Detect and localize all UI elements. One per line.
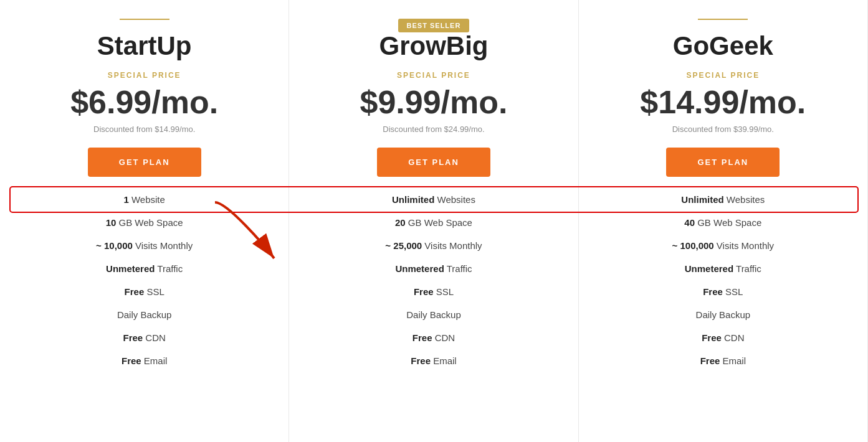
plan-name: StartUp: [97, 31, 192, 61]
price: $6.99/mo.: [70, 83, 218, 121]
feature-row: Free CDN: [591, 326, 855, 349]
feature-row: 10 GB Web Space: [12, 211, 276, 234]
features-section: Unlimited Websites20 GB Web Space~ 25,00…: [302, 188, 565, 372]
feature-text: Email: [431, 355, 457, 366]
feature-text: CDN: [143, 332, 166, 343]
feature-row: Unlimited Websites: [591, 188, 855, 211]
feature-text: Websites: [724, 194, 765, 205]
best-seller-badge: BEST SELLER: [398, 19, 470, 32]
feature-row: 20 GB Web Space: [302, 211, 565, 234]
feature-bold: Unmetered: [685, 263, 733, 274]
discounted-price: Discounted from $14.99/mo.: [93, 125, 195, 134]
plan-col-startup: StartUpSPECIAL PRICE$6.99/mo.Discounted …: [0, 0, 289, 442]
feature-bold: Unmetered: [395, 263, 444, 274]
feature-bold: Free: [413, 332, 432, 343]
feature-row: Free CDN: [302, 326, 565, 349]
feature-row: Unmetered Traffic: [302, 257, 565, 280]
feature-text: CDN: [432, 332, 455, 343]
feature-row: Free Email: [591, 349, 855, 372]
feature-text: Daily Backup: [117, 309, 172, 320]
feature-text: SSL: [434, 286, 454, 297]
top-line: [698, 19, 748, 20]
feature-text: Traffic: [155, 263, 183, 274]
feature-text: Email: [720, 355, 746, 366]
plan-name: GoGeek: [673, 31, 773, 61]
feature-row: Free SSL: [12, 280, 276, 303]
feature-row: Free CDN: [12, 326, 276, 349]
price: $14.99/mo.: [640, 83, 806, 121]
feature-bold: 10: [106, 217, 117, 228]
feature-text: CDN: [722, 332, 745, 343]
get-plan-button-growbig[interactable]: GET PLAN: [377, 148, 490, 177]
feature-row: Free Email: [302, 349, 565, 372]
feature-row: Daily Backup: [12, 303, 276, 326]
top-line: [120, 19, 169, 20]
feature-row: Unmetered Traffic: [12, 257, 276, 280]
feature-bold: Unlimited: [681, 194, 723, 205]
feature-text: Traffic: [733, 263, 761, 274]
feature-text: GB Web Space: [406, 217, 472, 228]
feature-bold: Free: [702, 332, 722, 343]
feature-bold: Free: [700, 355, 720, 366]
feature-row: ~ 100,000 Visits Monthly: [591, 234, 855, 257]
feature-row: Free Email: [12, 349, 276, 372]
feature-row: Daily Backup: [302, 303, 565, 326]
features-section: 1 Website10 GB Web Space~ 10,000 Visits …: [12, 188, 276, 372]
feature-text: Daily Backup: [406, 309, 461, 320]
feature-row: 1 Website: [12, 188, 276, 211]
feature-text: Daily Backup: [696, 309, 751, 320]
feature-bold: ~ 10,000: [96, 240, 133, 251]
feature-text: Visits Monthly: [133, 240, 193, 251]
feature-row: Daily Backup: [591, 303, 855, 326]
price: $9.99/mo.: [360, 83, 507, 121]
feature-row: 40 GB Web Space: [591, 211, 855, 234]
feature-bold: Free: [123, 332, 143, 343]
feature-row: Unmetered Traffic: [591, 257, 855, 280]
feature-bold: Unlimited: [392, 194, 434, 205]
feature-bold: ~ 100,000: [672, 240, 714, 251]
feature-bold: 40: [684, 217, 695, 228]
feature-bold: 1: [123, 194, 128, 205]
feature-bold: Free: [411, 355, 431, 366]
feature-text: GB Web Space: [116, 217, 183, 228]
plan-name: GrowBig: [379, 31, 488, 61]
feature-bold: 20: [395, 217, 406, 228]
feature-bold: Free: [703, 286, 723, 297]
feature-row: Free SSL: [591, 280, 855, 303]
pricing-container: StartUpSPECIAL PRICE$6.99/mo.Discounted …: [0, 0, 868, 442]
plan-col-growbig: BEST SELLERGrowBigSPECIAL PRICE$9.99/mo.…: [289, 0, 578, 442]
discounted-price: Discounted from $39.99/mo.: [672, 125, 774, 134]
feature-text: GB Web Space: [695, 217, 761, 228]
feature-bold: Unmetered: [106, 263, 155, 274]
feature-row: ~ 10,000 Visits Monthly: [12, 234, 276, 257]
feature-text: Websites: [434, 194, 475, 205]
feature-text: Visits Monthly: [714, 240, 774, 251]
feature-bold: Free: [125, 286, 145, 297]
special-price-label: SPECIAL PRICE: [686, 71, 760, 80]
plan-col-gogeek: GoGeekSPECIAL PRICE$14.99/mo.Discounted …: [579, 0, 868, 442]
features-section: Unlimited Websites40 GB Web Space~ 100,0…: [591, 188, 855, 372]
get-plan-button-gogeek[interactable]: GET PLAN: [666, 148, 780, 177]
feature-row: Unlimited Websites: [302, 188, 565, 211]
feature-bold: Free: [414, 286, 434, 297]
feature-bold: ~ 25,000: [385, 240, 422, 251]
feature-text: Website: [129, 194, 165, 205]
feature-text: Visits Monthly: [422, 240, 482, 251]
feature-row: ~ 25,000 Visits Monthly: [302, 234, 565, 257]
feature-row: Free SSL: [302, 280, 565, 303]
feature-bold: Free: [122, 355, 141, 366]
special-price-label: SPECIAL PRICE: [397, 71, 470, 80]
feature-text: Email: [141, 355, 168, 366]
feature-text: SSL: [144, 286, 165, 297]
special-price-label: SPECIAL PRICE: [108, 71, 181, 80]
discounted-price: Discounted from $24.99/mo.: [383, 125, 484, 134]
get-plan-button-startup[interactable]: GET PLAN: [88, 148, 201, 177]
feature-text: Traffic: [444, 263, 472, 274]
feature-text: SSL: [723, 286, 743, 297]
